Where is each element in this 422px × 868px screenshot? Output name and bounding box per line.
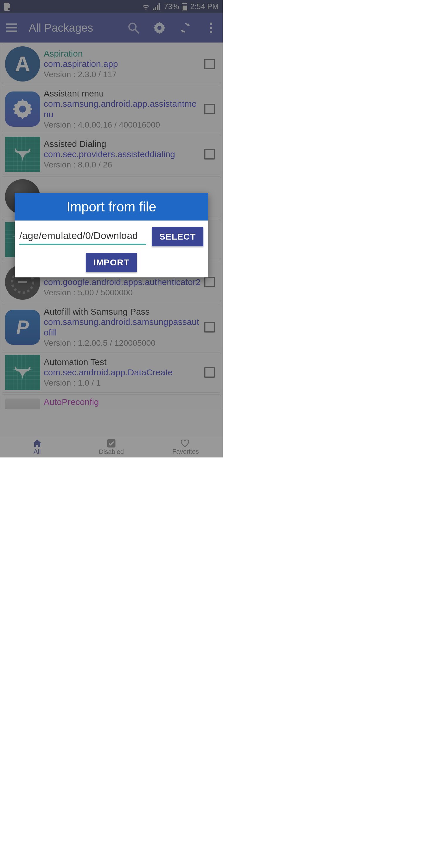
import-dialog: Import from file SELECT IMPORT: [15, 193, 208, 277]
import-button[interactable]: IMPORT: [86, 253, 137, 272]
screen: 73% 2:54 PM All Packages: [0, 0, 223, 458]
select-button[interactable]: SELECT: [152, 227, 203, 246]
dialog-title: Import from file: [15, 193, 208, 220]
file-path-input[interactable]: [19, 229, 146, 245]
